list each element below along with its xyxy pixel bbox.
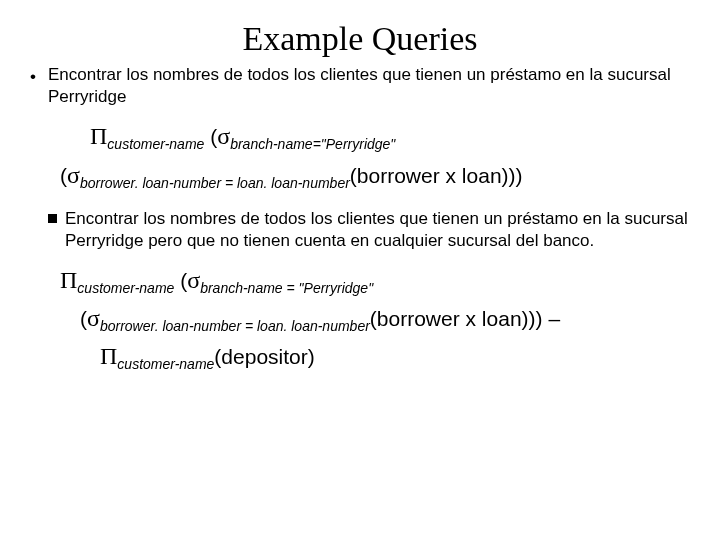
bullet-item-2: Encontrar los nombres de todos los clien…: [48, 208, 690, 252]
page-title: Example Queries: [30, 20, 690, 58]
bullet-dot-icon: •: [30, 66, 48, 88]
bullet-item-1: • Encontrar los nombres de todos los cli…: [30, 64, 690, 108]
formula-2: Πcustomer-name (σbranch-name = "Perryrid…: [60, 262, 690, 376]
bullet-square-icon: [48, 214, 57, 223]
bullet-text-2: Encontrar los nombres de todos los clien…: [65, 208, 690, 252]
formula-1: Πcustomer-name (σbranch-name="Perryridge…: [90, 120, 690, 194]
bullet-text-1: Encontrar los nombres de todos los clien…: [48, 64, 690, 108]
